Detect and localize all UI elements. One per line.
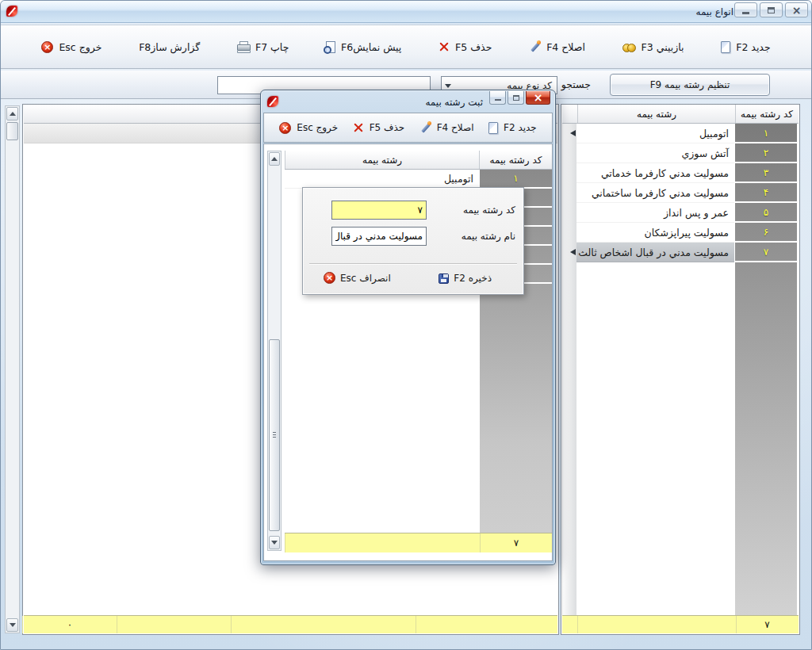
scroll-up-button[interactable] [6,107,18,120]
scroll-down-button[interactable] [6,618,18,632]
line-row[interactable]: عمر و پس انداز [576,203,734,223]
new-document-icon [721,41,730,53]
minimize-button[interactable] [734,2,757,17]
review-button[interactable]: بازبيني F3 [616,36,691,58]
edit-button[interactable]: اصلاح F4 [523,36,592,58]
cancel-button[interactable]: انصراف Esc × [324,272,391,284]
line-code-input[interactable] [331,201,427,220]
line-name-cell: اتومبيل [444,173,473,185]
line-row[interactable]: مسوليت مدني کارفرما خدماتي [576,163,734,183]
scroll-down-button[interactable] [269,536,280,549]
left-grid-scrollbar[interactable] [5,105,20,633]
line-name-cell: مسوليت پيراپزشکان [645,227,730,239]
line-code-column: ۱ ۲ ۳ ۴ ۵ ۶ ۷ [735,124,797,615]
window-title: انواع بيمه [695,6,733,17]
dialog-grid-header: رشته بيمه کد رشته بيمه [285,151,552,170]
dialog-maximize-button[interactable] [508,91,524,105]
configure-line-button[interactable]: تنظيم رشته بيمه F9 [610,74,770,96]
new-document-icon [488,122,498,134]
code-value: ۶ [764,227,768,238]
dialog-new-button[interactable]: جديد F2 [484,119,542,137]
line-code-cell: ۳ [735,163,797,183]
code-value: ۷ [764,247,768,258]
line-name-input[interactable] [331,227,427,246]
lines-grid-header: رشته بيمه کد رشته بيمه [562,105,799,124]
current-row-marker-icon [567,249,576,255]
dialog-titlebar: ثبت رشته بيمه × [263,92,553,113]
footer-code-cell: ۷ [480,533,552,552]
preview-button-label: پيش نمايشF6 [341,41,401,53]
scrollbar-thumb[interactable] [269,339,280,531]
report-builder-label: گزارش سازF8 [139,41,200,53]
code-value: ۱ [513,173,518,184]
footer-code-value: ۰ [67,619,72,630]
code-value: ۱ [764,128,768,139]
save-button-label: ذخيره F2 [454,273,492,284]
line-row[interactable]: اتومبيل [576,124,734,143]
maximize-button[interactable] [760,2,783,17]
line-row[interactable]: مسوليت پيراپزشکان [576,223,734,243]
print-button[interactable]: چاپ F7 [231,36,295,58]
report-builder-button[interactable]: گزارش سازF8 [132,36,206,58]
code-value: ۳ [764,167,768,178]
dialog-delete-button[interactable]: حذف F5 [348,119,410,136]
scroll-up-button[interactable] [269,152,280,166]
chevron-down-icon [445,84,451,88]
code-value: ۵ [764,207,768,218]
line-name-cell: مسوليت مدني در قبال اشخاص ثالث [578,247,729,258]
register-line-dialog: ثبت رشته بيمه × جديد F2 اصلاح F4 حذف F5 … [260,90,556,565]
preview-button[interactable]: پيش نمايشF6 [320,36,408,58]
line-code-header-label: کد رشته بيمه [490,155,542,166]
binoculars-icon [622,43,636,52]
line-code-column-header[interactable]: کد رشته بيمه [736,105,798,123]
dialog-exit-button[interactable]: خروج Esc × [274,119,343,137]
line-code-column-header[interactable]: کد رشته بيمه [480,151,552,169]
line-name-cell: مسوليت مدني کارفرما ساختماني [592,187,729,199]
line-name-cell: عمر و پس انداز [664,207,729,219]
delete-button[interactable]: حذف F5 [432,36,498,58]
main-titlebar: انواع بيمه × [1,1,811,23]
line-name-column-header[interactable]: رشته بيمه [285,151,480,169]
line-row[interactable]: مسوليت مدني کارفرما ساختماني [576,183,734,203]
cancel-red-circle-icon: × [324,272,335,284]
line-name-header-label: رشته بيمه [362,155,402,166]
footer-code-cell: ۷ [736,616,798,633]
dialog-edit-button[interactable]: اصلاح F4 [415,119,479,137]
footer-code-value: ۷ [514,537,519,549]
footer-cell [231,616,416,633]
edit-pencil-icon [419,122,431,134]
line-row-selected[interactable]: مسوليت مدني در قبال اشخاص ثالث [576,243,734,262]
dialog-new-label: جديد F2 [504,122,537,133]
dialog-line-row[interactable]: اتومبيل [285,170,480,189]
line-row[interactable]: آتش سوزي [576,143,734,163]
line-code-cell: ۲ [735,143,797,163]
line-name-header-label: رشته بيمه [637,109,676,120]
app-window: انواع بيمه × جديد F2 بازبيني F3 اصلاح F4… [0,0,812,650]
dialog-minimize-button[interactable] [489,91,506,105]
line-code-cell: ۱ [735,124,797,143]
scrollbar-thumb[interactable] [6,122,18,140]
dialog-grid-footer: ۷ [285,533,552,552]
maximize-icon [768,7,775,13]
search-label: جستجو [561,78,591,90]
delete-x-icon [439,41,450,52]
line-name-column-header[interactable]: رشته بيمه [577,105,736,123]
new-button[interactable]: جديد F2 [714,36,776,58]
dialog-close-button[interactable]: × [526,91,550,105]
exit-button[interactable]: خروج Esc × [35,36,108,58]
form-divider [309,263,517,265]
exit-red-circle-icon: × [41,41,53,53]
line-name-cell: مسوليت مدني کارفرما خدماتي [601,167,729,179]
exit-red-circle-icon: × [279,122,291,134]
save-button[interactable]: ذخيره F2 [439,273,492,284]
close-button[interactable]: × [785,2,808,17]
line-code-cell: ۴ [735,183,797,203]
types-grid-footer: ۰ [24,615,557,633]
dialog-scrollbar[interactable] [267,151,282,551]
thumb-grip-icon [273,432,276,438]
dialog-delete-label: حذف F5 [370,122,405,133]
row-marker-icon [567,130,576,136]
line-name-cell: اتومبيل [699,128,729,140]
printer-icon [237,41,250,52]
main-toolbar: جديد F2 بازبيني F3 اصلاح F4 حذف F5 پيش ن… [1,25,811,69]
